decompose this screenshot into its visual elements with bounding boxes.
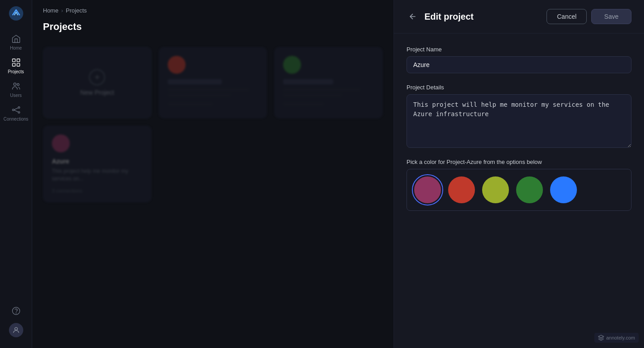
sidebar-item-projects[interactable]: Projects — [0, 54, 32, 78]
color-swatch-green[interactable] — [516, 176, 543, 203]
svg-point-5 — [13, 83, 16, 86]
project-details-textarea[interactable]: This project will help me monitor my ser… — [407, 94, 631, 148]
sidebar-item-home[interactable]: Home — [0, 30, 32, 54]
watermark-label: annotely.com — [606, 335, 635, 340]
save-button[interactable]: Save — [591, 9, 631, 24]
app-logo — [8, 5, 24, 21]
project-card-0[interactable] — [159, 47, 267, 118]
svg-point-7 — [12, 109, 14, 111]
user-avatar[interactable] — [9, 323, 23, 337]
sidebar-item-projects-label: Projects — [8, 69, 24, 74]
new-project-plus-icon: + — [89, 69, 105, 85]
help-icon[interactable] — [11, 306, 21, 316]
svg-point-12 — [15, 327, 17, 330]
svg-rect-3 — [12, 63, 15, 66]
breadcrumb-current: Projects — [66, 7, 87, 14]
svg-rect-4 — [17, 63, 19, 66]
breadcrumb-home[interactable]: Home — [43, 7, 59, 14]
azure-card-connections: 3 connections — [52, 188, 143, 193]
sidebar-item-users-label: Users — [10, 93, 21, 98]
color-picker-group: Pick a color for Project-Azure from the … — [407, 159, 631, 211]
project-name-group: Project Name — [407, 46, 631, 73]
breadcrumb-separator: › — [61, 7, 63, 14]
header-actions: Cancel Save — [547, 9, 631, 24]
page-title: Projects — [32, 17, 394, 40]
sidebar-item-users[interactable]: Users — [0, 78, 32, 101]
color-swatch-red[interactable] — [448, 176, 475, 203]
sidebar-item-home-label: Home — [10, 46, 22, 50]
svg-point-9 — [18, 112, 20, 113]
project-details-label: Project Details — [407, 84, 631, 91]
color-swatch-blue[interactable] — [550, 176, 577, 203]
edit-panel-body: Project Name Project Details This projec… — [394, 34, 644, 223]
edit-panel: Edit project Cancel Save Project Name Pr… — [394, 0, 644, 348]
svg-rect-2 — [17, 59, 19, 62]
svg-point-0 — [9, 6, 23, 21]
edit-panel-header: Edit project Cancel Save — [394, 0, 644, 34]
color-swatch-yellow-green[interactable] — [482, 176, 509, 203]
svg-point-8 — [18, 107, 20, 109]
svg-point-6 — [17, 84, 19, 86]
azure-card-desc: This project help me monitor my services… — [52, 168, 143, 183]
sidebar-bottom — [9, 306, 23, 343]
cancel-button[interactable]: Cancel — [547, 9, 587, 24]
back-arrow-button[interactable] — [407, 10, 419, 23]
sidebar-item-connections[interactable]: Connections — [0, 101, 32, 125]
project-details-group: Project Details This project will help m… — [407, 84, 631, 148]
project-card-azure[interactable]: Azure This project help me monitor my se… — [43, 126, 152, 202]
svg-point-11 — [16, 313, 16, 313]
svg-point-10 — [12, 307, 20, 315]
edit-panel-title: Edit project — [424, 12, 474, 22]
color-section-label: Pick a color for Project-Azure from the … — [407, 159, 631, 165]
breadcrumb: Home › Projects — [32, 0, 394, 17]
watermark-icon — [598, 335, 604, 341]
color-picker-container — [407, 169, 631, 211]
edit-panel-title-row: Edit project — [407, 10, 474, 23]
svg-rect-1 — [12, 59, 15, 62]
new-project-card[interactable]: + New Project — [43, 47, 152, 118]
azure-card-name: Azure — [52, 158, 143, 165]
projects-grid: + New Project Azure This project help me… — [32, 40, 394, 348]
project-name-input[interactable] — [407, 56, 631, 73]
color-swatch-purple[interactable] — [414, 176, 441, 203]
sidebar: Home Projects Users Connections — [0, 0, 32, 348]
main-content: Home › Projects Projects + New Project — [32, 0, 394, 348]
sidebar-item-connections-label: Connections — [4, 117, 29, 122]
watermark: annotely.com — [594, 333, 639, 343]
project-card-1[interactable] — [274, 47, 383, 118]
project-name-label: Project Name — [407, 46, 631, 53]
new-project-label: New Project — [80, 89, 114, 96]
